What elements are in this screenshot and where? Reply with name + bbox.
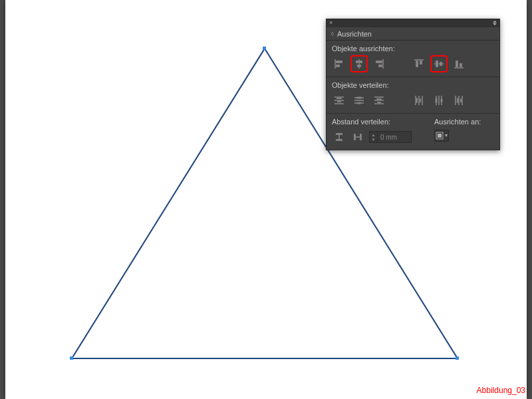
svg-rect-51 (457, 98, 459, 103)
alignto-col: Ausrichten an: (434, 118, 494, 144)
svg-rect-31 (356, 97, 362, 99)
svg-rect-60 (438, 134, 442, 138)
align-left-button[interactable] (332, 57, 346, 71)
svg-rect-21 (456, 61, 458, 67)
svg-rect-4 (70, 356, 73, 360)
panel-title-text: Ausrichten (337, 27, 372, 41)
distribute-left-button[interactable] (412, 93, 426, 108)
align-horizontal-group (332, 57, 386, 71)
svg-rect-10 (357, 65, 361, 67)
align-to-dropdown[interactable] (434, 130, 449, 142)
spacing-stepper[interactable]: ▲▼ (370, 132, 378, 142)
svg-rect-42 (419, 98, 421, 102)
align-bottom-button[interactable] (452, 57, 466, 71)
svg-rect-2 (263, 47, 266, 50)
section-distribute: Objekte verteilen: (327, 76, 499, 113)
label-distribute-objects: Objekte verteilen: (332, 81, 494, 89)
space-vertical-button[interactable] (332, 130, 346, 144)
svg-rect-18 (436, 61, 438, 67)
svg-rect-27 (337, 100, 341, 102)
spacing-value: 0 mm (378, 134, 411, 141)
align-vertical-group (412, 57, 466, 71)
spacing-value-field[interactable]: ▲▼ 0 mm (369, 131, 412, 143)
section-align: Objekte ausrichten: (327, 41, 499, 76)
label-distribute-spacing: Abstand verteilen: (332, 118, 426, 126)
align-right-button[interactable] (372, 57, 386, 71)
svg-rect-41 (416, 98, 418, 103)
svg-rect-13 (378, 65, 382, 67)
panel-close-icon[interactable]: × (329, 19, 332, 26)
svg-rect-3 (456, 356, 459, 360)
svg-rect-15 (416, 61, 418, 67)
distribute-horizontal-group (412, 93, 466, 108)
distribute-bottom-button[interactable] (372, 93, 386, 108)
svg-rect-16 (420, 61, 422, 65)
label-align-objects: Objekte ausrichten: (332, 45, 494, 53)
svg-rect-46 (436, 98, 438, 103)
svg-rect-26 (336, 97, 342, 99)
svg-rect-19 (440, 62, 442, 66)
panel-collapse-icon: ◇ (331, 27, 334, 41)
svg-rect-22 (460, 63, 462, 67)
distribute-hcenter-button[interactable] (432, 93, 446, 108)
distribute-vcenter-button[interactable] (352, 93, 366, 108)
align-vcenter-button[interactable] (432, 57, 446, 71)
svg-rect-57 (360, 134, 362, 140)
distribute-vertical-group (332, 93, 386, 108)
figure-caption: Abbildung_03 (477, 386, 525, 395)
svg-rect-6 (336, 61, 342, 63)
svg-rect-36 (376, 98, 382, 100)
panel-flyout-menu-icon[interactable] (490, 21, 497, 26)
svg-rect-47 (441, 98, 443, 102)
panel-title-bar[interactable]: ◇ Ausrichten (327, 27, 499, 41)
svg-rect-54 (336, 139, 342, 141)
svg-rect-52 (460, 98, 462, 102)
svg-marker-61 (445, 134, 448, 137)
label-align-to: Ausrichten an: (434, 118, 494, 126)
distribute-right-button[interactable] (452, 93, 466, 108)
svg-rect-56 (354, 134, 356, 140)
align-hcenter-button[interactable] (352, 57, 366, 71)
align-top-button[interactable] (412, 57, 426, 71)
spacing-col: Abstand verteilen: ▲▼ 0 mm (332, 118, 426, 144)
section-spacing-alignto: Abstand verteilen: ▲▼ 0 mm Ausrichten an… (327, 113, 499, 150)
align-panel: × ◇ Ausrichten Objekte ausrichten: (326, 19, 500, 150)
distribute-top-button[interactable] (332, 93, 346, 108)
svg-rect-9 (356, 61, 362, 63)
space-horizontal-button[interactable] (350, 130, 365, 144)
svg-rect-53 (336, 133, 342, 135)
svg-rect-32 (357, 102, 361, 104)
svg-rect-7 (336, 65, 340, 67)
svg-rect-37 (377, 102, 381, 104)
svg-rect-12 (376, 61, 382, 63)
panel-tabbar: × (327, 19, 499, 27)
